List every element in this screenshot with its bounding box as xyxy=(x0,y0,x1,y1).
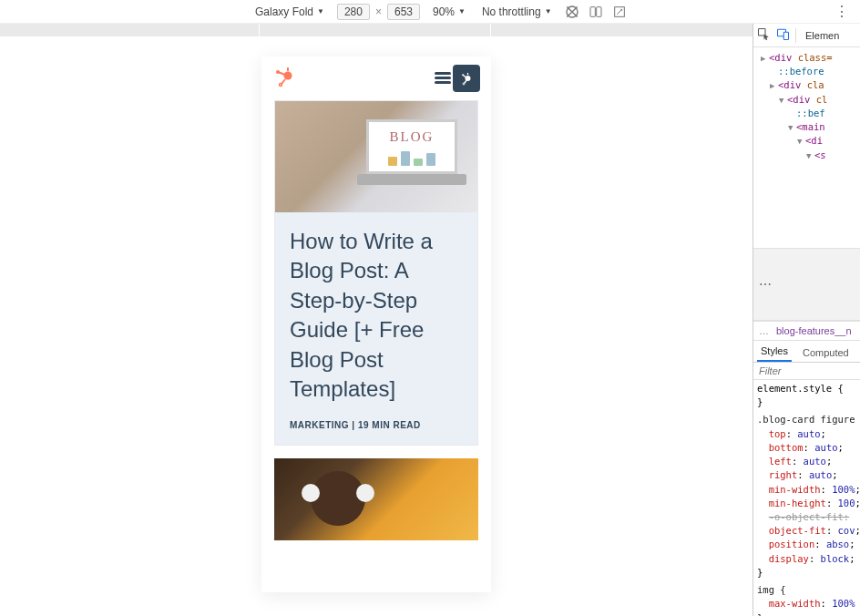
element-style-selector: element.style { xyxy=(757,382,856,395)
devtools-mid-panel: ⋯ xyxy=(753,248,860,321)
dom-row[interactable]: ▼<di xyxy=(761,134,860,148)
css-declaration[interactable]: bottom: auto; xyxy=(757,441,856,455)
css-declaration[interactable]: display: block; xyxy=(757,552,856,566)
dom-row[interactable]: ▶<div cla xyxy=(761,78,860,92)
dimension-x-icon: × xyxy=(375,5,382,18)
dom-row[interactable]: ::before xyxy=(761,65,860,78)
zoom-selector[interactable]: 90% ▼ xyxy=(429,4,469,20)
styles-panel[interactable]: element.style { } .blog-card figure top:… xyxy=(753,380,860,616)
css-declaration[interactable]: position: abso; xyxy=(757,538,856,551)
height-input[interactable] xyxy=(387,4,420,20)
chevron-down-icon: ▼ xyxy=(545,7,552,15)
breadcrumb-selector: blog-features__n xyxy=(776,325,852,336)
rotate-icon[interactable] xyxy=(565,5,579,19)
hamburger-icon xyxy=(435,72,451,85)
toggle-device-icon[interactable] xyxy=(776,27,790,43)
css-declaration[interactable]: left: auto; xyxy=(757,455,856,468)
device-viewport-pane: BLOG How to Write a Blog Post: A Step-by… xyxy=(0,24,752,616)
width-input[interactable] xyxy=(337,4,370,20)
device-selector[interactable]: Galaxy Fold ▼ xyxy=(251,4,328,20)
styles-filter-input[interactable] xyxy=(753,363,860,379)
css-declaration[interactable]: -o-object-fit: xyxy=(757,510,856,524)
throttling-selector[interactable]: No throttling ▼ xyxy=(478,4,556,20)
svg-point-8 xyxy=(462,74,464,76)
blog-card-meta: MARKETING | 19 MIN READ xyxy=(290,420,463,430)
svg-point-6 xyxy=(280,83,282,86)
more-menu-icon[interactable]: ⋮ xyxy=(829,3,855,20)
dimension-inputs: × xyxy=(337,4,420,20)
hubspot-logo-icon[interactable] xyxy=(272,67,294,91)
zoom-label: 90% xyxy=(433,5,455,18)
horizontal-dots-icon[interactable]: ⋯ xyxy=(759,277,773,292)
menu-button[interactable] xyxy=(435,65,480,92)
css-declaration[interactable]: right: auto; xyxy=(757,468,856,482)
ruler-bar xyxy=(0,24,752,36)
dom-row[interactable]: ▼<div cl xyxy=(761,93,860,107)
dom-row[interactable]: ::bef xyxy=(761,107,860,120)
svg-point-5 xyxy=(284,71,292,79)
emulated-device-frame[interactable]: BLOG How to Write a Blog Post: A Step-by… xyxy=(261,56,491,592)
dom-tree[interactable]: ▶<div class=::before▶<div cla▼<div cl::b… xyxy=(753,47,860,248)
css-declaration[interactable]: top: auto; xyxy=(757,427,856,441)
blog-card-image: BLOG xyxy=(275,101,477,212)
css-declaration[interactable]: min-height: 100; xyxy=(757,497,856,510)
throttling-label: No throttling xyxy=(482,5,541,18)
inspect-element-icon[interactable] xyxy=(757,27,771,43)
css-selector: img { xyxy=(757,583,856,597)
computed-tab[interactable]: Computed xyxy=(799,344,853,362)
chevron-down-icon: ▼ xyxy=(458,7,466,15)
dom-breadcrumb[interactable]: … blog-features__n xyxy=(753,321,860,341)
css-declaration[interactable]: object-fit: cov; xyxy=(757,524,856,538)
dom-row[interactable]: ▶<div class= xyxy=(761,51,860,65)
hubspot-sprocket-icon xyxy=(453,65,480,92)
css-rule-block: .blog-card figure top: auto; bottom: aut… xyxy=(757,413,856,580)
styles-subtabs: Styles Computed xyxy=(753,341,860,363)
dual-screen-icon[interactable] xyxy=(589,5,603,19)
device-toolbar: Galaxy Fold ▼ × 90% ▼ No throttling ▼ ⋮ xyxy=(0,0,860,24)
devtools-panel: Elemen ▶<div class=::before▶<div cla▼<di… xyxy=(752,24,860,616)
blog-card[interactable]: BLOG How to Write a Blog Post: A Step-by… xyxy=(274,100,478,446)
blog-card-image-2[interactable] xyxy=(274,458,478,540)
dom-row[interactable]: ▼<s xyxy=(761,149,860,162)
blog-image-text: BLOG xyxy=(390,129,435,145)
device-selector-label: Galaxy Fold xyxy=(255,5,313,18)
elements-tab[interactable]: Elemen xyxy=(802,24,843,47)
svg-point-9 xyxy=(463,83,465,85)
styles-tab[interactable]: Styles xyxy=(757,342,792,362)
site-header xyxy=(261,56,491,100)
devtools-topbar: Elemen xyxy=(753,24,860,47)
chevron-down-icon: ▼ xyxy=(317,7,324,15)
svg-rect-1 xyxy=(590,6,595,16)
svg-rect-12 xyxy=(783,32,788,39)
blog-card-title: How to Write a Blog Post: A Step-by-Step… xyxy=(290,227,463,404)
svg-rect-2 xyxy=(596,6,600,16)
edit-icon[interactable] xyxy=(612,5,627,19)
styles-filter xyxy=(753,363,860,380)
breadcrumb-dots: … xyxy=(759,325,769,336)
dom-row[interactable]: ▼<main xyxy=(761,120,860,134)
css-declaration[interactable]: min-width: 100%; xyxy=(757,483,856,497)
